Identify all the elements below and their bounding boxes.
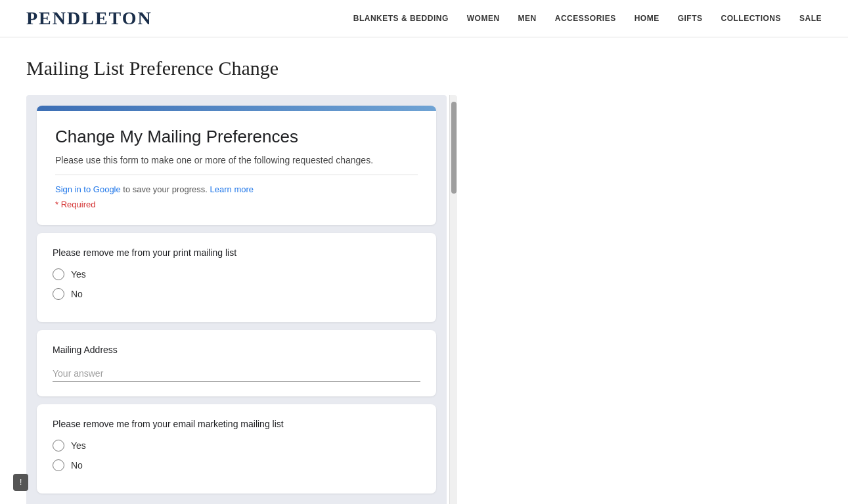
feedback-icon: !: [20, 478, 22, 487]
radio-no-1[interactable]: [53, 288, 64, 300]
nav-blankets-bedding[interactable]: BLANKETS & BEDDING: [353, 14, 449, 23]
form-header-card: Change My Mailing Preferences Please use…: [37, 106, 436, 225]
feedback-button[interactable]: !: [13, 474, 28, 491]
nav-men[interactable]: MEN: [518, 14, 537, 23]
nav-collections[interactable]: COLLECTIONS: [721, 14, 781, 23]
page-title: Mailing List Preference Change: [26, 57, 822, 79]
form-divider: [55, 175, 418, 175]
radio-no-1-label: No: [71, 289, 83, 299]
learn-more-link[interactable]: Learn more: [210, 184, 254, 194]
main-nav: BLANKETS & BEDDING WOMEN MEN ACCESSORIES…: [353, 14, 822, 23]
page-content: Mailing List Preference Change Change My…: [0, 37, 848, 504]
mailing-address-input[interactable]: [53, 366, 420, 382]
radio-option-no-3[interactable]: No: [53, 459, 420, 471]
header: PENDLETON BLANKETS & BEDDING WOMEN MEN A…: [0, 0, 848, 37]
radio-yes-3[interactable]: [53, 440, 64, 452]
sign-in-google-link[interactable]: Sign in to Google: [55, 184, 121, 194]
nav-gifts[interactable]: GIFTS: [678, 14, 703, 23]
radio-yes-1[interactable]: [53, 268, 64, 280]
question-card-1: Please remove me from your print mailing…: [37, 233, 436, 322]
form-area: Change My Mailing Preferences Please use…: [26, 95, 447, 504]
nav-accessories[interactable]: ACCESSORIES: [555, 14, 616, 23]
form-subtitle: Please use this form to make one or more…: [55, 155, 418, 165]
question-3-label: Please remove me from your email marketi…: [53, 419, 420, 429]
nav-home[interactable]: HOME: [635, 14, 659, 23]
radio-option-no-1[interactable]: No: [53, 288, 420, 300]
required-note: * Required: [55, 200, 418, 209]
sign-in-row: Sign in to Google to save your progress.…: [55, 184, 418, 194]
question-2-label: Mailing Address: [53, 345, 420, 355]
mailing-address-wrapper: [53, 366, 420, 382]
scrollbar-thumb[interactable]: [451, 102, 457, 194]
logo[interactable]: PENDLETON: [26, 8, 152, 29]
radio-no-3-label: No: [71, 460, 83, 471]
form-wrapper: Change My Mailing Preferences Please use…: [26, 95, 552, 504]
sign-in-text: to save your progress.: [121, 184, 208, 194]
question-card-3: Please remove me from your email marketi…: [37, 404, 436, 494]
radio-option-yes-3[interactable]: Yes: [53, 440, 420, 452]
form-title: Change My Mailing Preferences: [55, 127, 418, 147]
question-card-2: Mailing Address: [37, 330, 436, 396]
radio-no-3[interactable]: [53, 459, 64, 471]
nav-sale[interactable]: SALE: [799, 14, 822, 23]
scrollbar[interactable]: [449, 95, 457, 504]
radio-yes-1-label: Yes: [71, 269, 86, 280]
radio-yes-3-label: Yes: [71, 440, 86, 451]
nav-women[interactable]: WOMEN: [467, 14, 500, 23]
question-1-label: Please remove me from your print mailing…: [53, 247, 420, 258]
radio-option-yes-1[interactable]: Yes: [53, 268, 420, 280]
